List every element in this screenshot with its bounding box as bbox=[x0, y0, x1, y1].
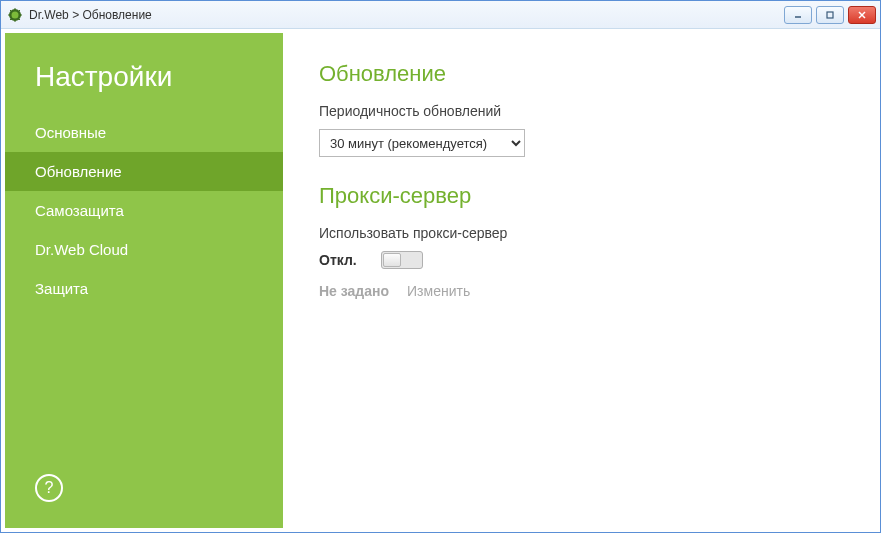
proxy-toggle[interactable] bbox=[381, 251, 423, 269]
proxy-toggle-state: Откл. bbox=[319, 252, 365, 268]
sidebar-item-label: Самозащита bbox=[35, 202, 124, 219]
update-section-header: Обновление bbox=[319, 61, 840, 87]
sidebar-item-label: Защита bbox=[35, 280, 88, 297]
use-proxy-label: Использовать прокси-сервер bbox=[319, 225, 840, 241]
update-frequency-select-wrap: 30 минут (рекомендуется) bbox=[319, 129, 525, 157]
svg-rect-11 bbox=[827, 12, 833, 18]
svg-point-1 bbox=[12, 11, 19, 18]
sidebar-title: Настройки bbox=[5, 33, 283, 113]
sidebar-item-label: Основные bbox=[35, 124, 106, 141]
sidebar-item-drweb-cloud[interactable]: Dr.Web Cloud bbox=[5, 230, 283, 269]
window-title: Dr.Web > Обновление bbox=[29, 8, 152, 22]
main-panel: Обновление Периодичность обновлений 30 м… bbox=[283, 33, 876, 528]
close-button[interactable] bbox=[848, 6, 876, 24]
titlebar: Dr.Web > Обновление bbox=[1, 1, 880, 29]
proxy-toggle-row: Откл. bbox=[319, 251, 840, 269]
maximize-button[interactable] bbox=[816, 6, 844, 24]
sidebar-item-label: Обновление bbox=[35, 163, 122, 180]
sidebar-nav: Основные Обновление Самозащита Dr.Web Cl… bbox=[5, 113, 283, 308]
proxy-change-link[interactable]: Изменить bbox=[407, 283, 470, 299]
proxy-section-header: Прокси-сервер bbox=[319, 183, 840, 209]
proxy-status-value: Не задано bbox=[319, 283, 389, 299]
sidebar-item-self-protection[interactable]: Самозащита bbox=[5, 191, 283, 230]
help-icon: ? bbox=[45, 479, 54, 497]
app-icon bbox=[7, 7, 23, 23]
update-frequency-select[interactable]: 30 минут (рекомендуется) bbox=[319, 129, 525, 157]
app-window: Dr.Web > Обновление Настройки Основные О… bbox=[0, 0, 881, 533]
update-frequency-label: Периодичность обновлений bbox=[319, 103, 840, 119]
minimize-button[interactable] bbox=[784, 6, 812, 24]
sidebar-item-label: Dr.Web Cloud bbox=[35, 241, 128, 258]
help-button[interactable]: ? bbox=[35, 474, 63, 502]
sidebar-item-update[interactable]: Обновление bbox=[5, 152, 283, 191]
content-area: Настройки Основные Обновление Самозащита… bbox=[1, 29, 880, 532]
toggle-knob bbox=[383, 253, 401, 267]
window-controls bbox=[784, 6, 876, 24]
proxy-status-row: Не задано Изменить bbox=[319, 283, 840, 299]
sidebar: Настройки Основные Обновление Самозащита… bbox=[5, 33, 283, 528]
sidebar-item-protection[interactable]: Защита bbox=[5, 269, 283, 308]
sidebar-item-general[interactable]: Основные bbox=[5, 113, 283, 152]
